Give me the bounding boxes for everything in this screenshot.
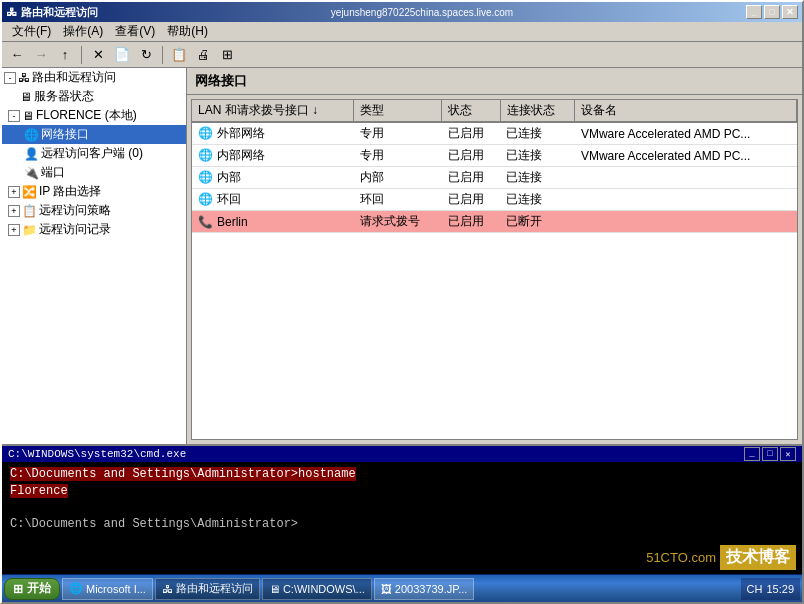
- start-button[interactable]: ⊞ 开始: [4, 578, 60, 600]
- server-status-icon: 🖥: [20, 90, 32, 104]
- table-row[interactable]: 🌐外部网络专用已启用已连接VMware Accelerated AMD PC..…: [192, 122, 797, 145]
- tree-item-network-interface[interactable]: 🌐 网络接口: [2, 125, 186, 144]
- up-button[interactable]: ↑: [54, 44, 76, 66]
- tree-item-remote-policy[interactable]: + 📋 远程访问策略: [2, 201, 186, 220]
- title-bar-left: 🖧 路由和远程访问: [6, 5, 98, 20]
- cell-interface-name: 🌐环回: [192, 189, 354, 211]
- window-title: 路由和远程访问: [21, 5, 98, 20]
- florence-icon: 🖥: [22, 109, 34, 123]
- ip-routing-icon: 🔀: [22, 185, 37, 199]
- cell-status: 已启用: [442, 122, 501, 145]
- tree-item-remote-client[interactable]: 👤 远程访问客户端 (0): [2, 144, 186, 163]
- taskbar-img-label: 20033739.JP...: [395, 583, 468, 595]
- taskbar-routing-label: 路由和远程访问: [176, 581, 253, 596]
- tree-root[interactable]: - 🖧 路由和远程访问: [2, 68, 186, 87]
- url-display: yejunsheng870225china.spaces.live.com: [331, 7, 513, 18]
- taskbar-img-icon: 🖼: [381, 583, 392, 595]
- remote-log-toggle[interactable]: +: [8, 224, 20, 236]
- tree-item-florence[interactable]: - 🖥 FLORENCE (本地): [2, 106, 186, 125]
- tree-item-remote-log[interactable]: + 📁 远程访问记录: [2, 220, 186, 239]
- ip-routing-toggle[interactable]: +: [8, 186, 20, 198]
- cell-conn-status: 已连接: [500, 145, 575, 167]
- cmd-close[interactable]: ✕: [780, 447, 796, 461]
- help-button[interactable]: 🖨: [192, 44, 214, 66]
- menu-help[interactable]: 帮助(H): [161, 21, 214, 42]
- cell-status: 已启用: [442, 145, 501, 167]
- cmd-maximize[interactable]: □: [762, 447, 778, 461]
- root-label: 路由和远程访问: [32, 69, 116, 86]
- tree-item-port[interactable]: 🔌 端口: [2, 163, 186, 182]
- cell-status: 已启用: [442, 211, 501, 233]
- taskbar-routing-icon: 🖧: [162, 583, 173, 595]
- watermark-blog: 技术博客: [720, 545, 796, 570]
- taskbar-item-cmd[interactable]: 🖥 C:\WINDOWS\...: [262, 578, 372, 600]
- maximize-button[interactable]: □: [764, 5, 780, 19]
- cell-interface-name: 📞Berlin: [192, 211, 354, 233]
- row-icon: 🌐: [198, 148, 213, 162]
- menu-action[interactable]: 操作(A): [57, 21, 109, 42]
- properties-button[interactable]: 📄: [111, 44, 133, 66]
- florence-toggle[interactable]: -: [8, 110, 20, 122]
- root-toggle[interactable]: -: [4, 72, 16, 84]
- menu-view[interactable]: 查看(V): [109, 21, 161, 42]
- taskbar-item-routing[interactable]: 🖧 路由和远程访问: [155, 578, 260, 600]
- toolbar: ← → ↑ ✕ 📄 ↻ 📋 🖨 ⊞: [2, 42, 802, 68]
- row-icon: 🌐: [198, 126, 213, 140]
- taskbar-ch: CH: [747, 583, 763, 595]
- cell-conn-status: 已连接: [500, 122, 575, 145]
- cmd-line-2-highlight: Florence: [10, 484, 68, 498]
- cmd-line-4: C:\Documents and Settings\Administrator>: [10, 516, 794, 533]
- port-label: 端口: [41, 164, 65, 181]
- taskbar-cmd-label: C:\WINDOWS\...: [283, 583, 365, 595]
- cell-interface-name: 🌐内部网络: [192, 145, 354, 167]
- table-body: 🌐外部网络专用已启用已连接VMware Accelerated AMD PC..…: [192, 122, 797, 233]
- cell-device: [575, 167, 797, 189]
- server-status-label: 服务器状态: [34, 88, 94, 105]
- tree-item-ip-routing[interactable]: + 🔀 IP 路由选择: [2, 182, 186, 201]
- menu-file[interactable]: 文件(F): [6, 21, 57, 42]
- refresh-button[interactable]: ↻: [135, 44, 157, 66]
- menu-bar: 文件(F) 操作(A) 查看(V) 帮助(H): [2, 22, 802, 42]
- left-pane: - 🖧 路由和远程访问 🖥 服务器状态 - 🖥 FLORENCE (本地) 🌐 …: [2, 68, 187, 444]
- cell-type: 专用: [354, 145, 442, 167]
- taskbar-item-img[interactable]: 🖼 20033739.JP...: [374, 578, 475, 600]
- network-interface-label: 网络接口: [41, 126, 89, 143]
- tree-item-server-status[interactable]: 🖥 服务器状态: [2, 87, 186, 106]
- remote-log-label: 远程访问记录: [39, 221, 111, 238]
- window-icon: 🖧: [6, 6, 17, 18]
- col-device[interactable]: 设备名: [575, 100, 797, 122]
- cell-status: 已启用: [442, 167, 501, 189]
- cmd-controls: _ □ ✕: [744, 447, 796, 461]
- delete-button[interactable]: ✕: [87, 44, 109, 66]
- cell-status: 已启用: [442, 189, 501, 211]
- table-container[interactable]: LAN 和请求拨号接口 ↓ 类型 状态 连接状态: [191, 99, 798, 440]
- cmd-minimize[interactable]: _: [744, 447, 760, 461]
- col-type[interactable]: 类型: [354, 100, 442, 122]
- table-row[interactable]: 🌐内部网络专用已启用已连接VMware Accelerated AMD PC..…: [192, 145, 797, 167]
- minimize-button[interactable]: _: [746, 5, 762, 19]
- col-status[interactable]: 状态: [442, 100, 501, 122]
- remote-client-icon: 👤: [24, 147, 39, 161]
- remote-policy-toggle[interactable]: +: [8, 205, 20, 217]
- table-row[interactable]: 🌐内部内部已启用已连接: [192, 167, 797, 189]
- forward-button[interactable]: →: [30, 44, 52, 66]
- extra-button[interactable]: ⊞: [216, 44, 238, 66]
- panel-title: 网络接口: [187, 68, 802, 95]
- start-icon: ⊞: [13, 582, 23, 596]
- close-button[interactable]: ✕: [782, 5, 798, 19]
- taskbar-item-ie[interactable]: 🌐 Microsoft I...: [62, 578, 153, 600]
- cell-type: 专用: [354, 122, 442, 145]
- taskbar-right: CH 15:29: [741, 578, 800, 600]
- col-interface[interactable]: LAN 和请求拨号接口 ↓: [192, 100, 354, 122]
- cmd-area: C:\WINDOWS\system32\cmd.exe _ □ ✕ C:\Doc…: [2, 444, 802, 574]
- cell-device: [575, 211, 797, 233]
- table-row[interactable]: 📞Berlin请求式拨号已启用已断开: [192, 211, 797, 233]
- table-row[interactable]: 🌐环回环回已启用已连接: [192, 189, 797, 211]
- remote-client-label: 远程访问客户端 (0): [41, 145, 143, 162]
- remote-policy-label: 远程访问策略: [39, 202, 111, 219]
- col-conn-status[interactable]: 连接状态: [500, 100, 575, 122]
- cmd-line-1: C:\Documents and Settings\Administrator>…: [10, 466, 794, 483]
- export-button[interactable]: 📋: [168, 44, 190, 66]
- back-button[interactable]: ←: [6, 44, 28, 66]
- cell-type: 环回: [354, 189, 442, 211]
